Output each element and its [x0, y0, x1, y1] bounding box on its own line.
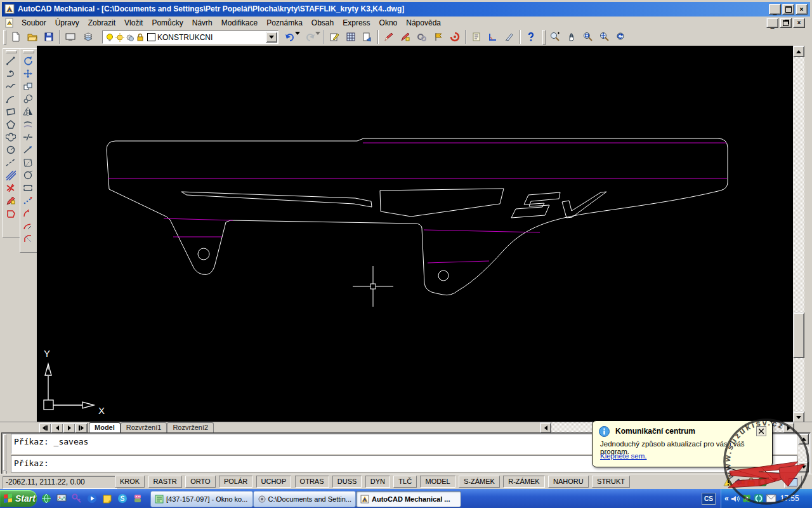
- stylus-button[interactable]: [502, 30, 517, 44]
- toggle-nahoru[interactable]: NAHORU: [548, 476, 589, 488]
- trim-button[interactable]: [20, 156, 36, 169]
- key-icon[interactable]: [71, 493, 82, 504]
- undo-dropdown-arrow[interactable]: [295, 35, 300, 44]
- menu-okno[interactable]: Okno: [375, 17, 402, 29]
- canvas-vscrollbar[interactable]: [793, 46, 804, 422]
- move-button[interactable]: [20, 67, 36, 80]
- polygon-button[interactable]: [3, 118, 18, 131]
- zoom-toolbar-grip[interactable]: [542, 30, 546, 45]
- layer-combo[interactable]: KONSTRUKCNI: [102, 30, 278, 44]
- close-button[interactable]: ×: [796, 4, 808, 15]
- toggle-strukt[interactable]: STRUKT: [592, 476, 630, 488]
- save-button[interactable]: [41, 30, 56, 44]
- lengthen-button[interactable]: [20, 144, 36, 156]
- modify-toolbar-grip[interactable]: [23, 50, 34, 53]
- tab-last-button[interactable]: [75, 423, 88, 433]
- tab-layout2[interactable]: Rozvržení2: [167, 422, 214, 432]
- polyline-button[interactable]: [3, 67, 18, 80]
- select-circle-button[interactable]: [20, 182, 36, 194]
- browser-icon[interactable]: [41, 493, 52, 504]
- balloon-close-button[interactable]: [756, 426, 766, 436]
- command-scroll-down[interactable]: [798, 462, 809, 472]
- menu-modifikace[interactable]: Modifikace: [217, 17, 262, 29]
- task-button-explorer[interactable]: C:\Documents and Settin...: [253, 491, 356, 507]
- rectangle-button[interactable]: [3, 105, 18, 118]
- power-erase-button[interactable]: [447, 30, 462, 44]
- erase-button[interactable]: [3, 182, 18, 194]
- break-button[interactable]: [20, 131, 36, 144]
- edit-hatch-button[interactable]: [3, 194, 18, 207]
- menu-obsah[interactable]: Obsah: [307, 17, 338, 29]
- menu-express[interactable]: Express: [338, 17, 374, 29]
- line-button[interactable]: [3, 55, 18, 67]
- toolbar-grip[interactable]: [3, 30, 6, 45]
- color-swatch[interactable]: [147, 33, 155, 41]
- copy-button[interactable]: [20, 80, 36, 93]
- command-vscrollbar[interactable]: [798, 434, 809, 472]
- scale-button[interactable]: [20, 93, 36, 105]
- tab-model[interactable]: Model: [89, 422, 121, 433]
- command-scroll-up[interactable]: [798, 434, 809, 444]
- maximize-button[interactable]: [782, 4, 794, 15]
- toggle-rzamek[interactable]: R-ZÁMEK: [503, 476, 545, 488]
- toggle-krok[interactable]: KROK: [115, 476, 145, 488]
- zoom-window-button[interactable]: [580, 30, 596, 44]
- desktop-icon[interactable]: [56, 493, 67, 504]
- skype-icon[interactable]: [117, 493, 128, 504]
- edit-pencil2-button[interactable]: [398, 30, 413, 44]
- volume-icon[interactable]: [731, 494, 740, 504]
- layers-button[interactable]: [81, 30, 96, 44]
- menu-poznamka[interactable]: Poznámka: [262, 17, 307, 29]
- construction-line-button[interactable]: [3, 156, 18, 169]
- help-button[interactable]: [523, 30, 539, 44]
- cloud-button[interactable]: [3, 131, 18, 144]
- drawing-area[interactable]: Y X: [37, 46, 793, 422]
- tray-expand-chevron[interactable]: «: [724, 494, 729, 503]
- zoom-realtime-button[interactable]: [547, 30, 563, 44]
- match-properties-button[interactable]: [327, 30, 342, 44]
- redo-dropdown-arrow[interactable]: [315, 35, 320, 44]
- app-icon[interactable]: [132, 493, 143, 504]
- document-system-icon[interactable]: [4, 18, 15, 28]
- menu-napoveda[interactable]: Nápověda: [402, 17, 445, 29]
- flag-button[interactable]: [431, 30, 446, 44]
- design-center-button[interactable]: [343, 30, 358, 44]
- toggle-szamek[interactable]: S-ZÁMEK: [459, 476, 500, 488]
- chamfer-button[interactable]: [20, 232, 36, 245]
- menu-navrh[interactable]: Návrh: [188, 17, 217, 29]
- scroll-up-button[interactable]: [793, 46, 804, 57]
- toggle-rastr[interactable]: RASTR: [148, 476, 182, 488]
- spline-button[interactable]: [3, 80, 18, 93]
- angle-button[interactable]: [485, 30, 501, 44]
- new-button[interactable]: [8, 30, 23, 44]
- command-grip[interactable]: [3, 434, 10, 471]
- tab-next-button[interactable]: [63, 423, 75, 433]
- layer-combo-dropdown[interactable]: [266, 32, 277, 43]
- fillet-button[interactable]: [20, 220, 36, 232]
- viewport-button[interactable]: [63, 30, 78, 44]
- menu-soubor[interactable]: Soubor: [17, 17, 51, 29]
- pan-button[interactable]: [564, 30, 579, 44]
- divide-button[interactable]: [20, 207, 36, 220]
- balloon-link[interactable]: Klepněte sem.: [600, 452, 647, 460]
- toggle-otras[interactable]: OTRAS: [295, 476, 329, 488]
- vscroll-thumb[interactable]: [793, 312, 804, 358]
- power-edit-button[interactable]: [414, 30, 429, 44]
- media-player-icon[interactable]: [86, 493, 98, 504]
- open-button[interactable]: [25, 30, 40, 44]
- bulb-icon[interactable]: [105, 32, 115, 43]
- toggle-duss[interactable]: DUSS: [332, 476, 362, 488]
- notes-icon[interactable]: [102, 493, 113, 504]
- doc-close-button[interactable]: ×: [793, 18, 805, 28]
- hscroll-right-button[interactable]: [783, 422, 794, 433]
- messenger-icon[interactable]: [754, 493, 764, 504]
- hatch-button[interactable]: [3, 169, 18, 182]
- draw-toolbar-grip[interactable]: [6, 50, 17, 53]
- toggle-model[interactable]: MODEL: [420, 476, 455, 488]
- region-button[interactable]: [3, 207, 18, 220]
- title-bar[interactable]: AutoCAD Mechanical - [C:\Documents and S…: [2, 2, 810, 17]
- toggle-orto[interactable]: ORTO: [185, 476, 215, 488]
- hscroll-left-button[interactable]: [540, 422, 551, 433]
- zoom-previous-button[interactable]: [613, 30, 629, 44]
- menu-upravy[interactable]: Úpravy: [51, 17, 84, 29]
